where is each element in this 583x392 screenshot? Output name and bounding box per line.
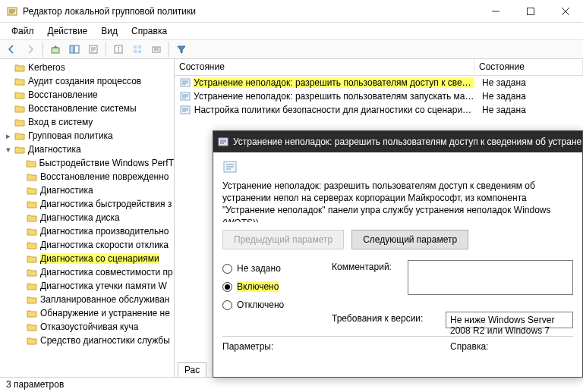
svg-rect-10 (134, 50, 137, 53)
svg-rect-1 (528, 8, 534, 14)
expand-icon[interactable]: ▾ (3, 144, 14, 155)
menu-action[interactable]: Действие (41, 24, 95, 38)
tree-label: Групповая политика (28, 130, 113, 141)
tree-label: Диагностика (40, 185, 93, 196)
tree-label: Восстановление (28, 89, 98, 100)
window-title: Редактор локальной групповой политики (23, 6, 478, 17)
menu-view[interactable]: Вид (94, 24, 124, 38)
column-state[interactable]: Состояние (474, 59, 583, 75)
maximize-button[interactable] (513, 0, 548, 22)
menu-help[interactable]: Справка (124, 24, 174, 38)
folder-icon (26, 240, 38, 250)
policy-item-icon (179, 77, 191, 89)
tree-item[interactable]: Запланированное обслуживан (0, 293, 174, 306)
svg-rect-2 (52, 48, 59, 53)
tree-item[interactable]: Kerberos (0, 61, 174, 74)
comment-input[interactable] (408, 260, 573, 295)
tab-strip: Рас (175, 360, 206, 377)
tree-item[interactable]: Средство диагностики службы (0, 334, 174, 347)
folder-icon (25, 158, 36, 168)
folder-icon (14, 117, 26, 127)
tree-label: Восстановление системы (28, 103, 137, 114)
radio-not-configured[interactable]: Не задано (222, 263, 314, 274)
tree-item[interactable]: ▸Групповая политика (0, 129, 174, 143)
list-row[interactable]: Настройка политики безопасности для диаг… (175, 103, 583, 117)
expand-icon[interactable]: ▸ (3, 130, 14, 141)
tree-item[interactable]: Диагностика со сценариями (0, 252, 174, 265)
list-row[interactable]: Устранение неполадок: разрешить пользова… (175, 76, 583, 89)
tree-item[interactable]: Обнаружение и устранение не (0, 306, 174, 320)
tree-item[interactable]: Восстановление поврежденно (0, 170, 174, 183)
menu-file[interactable]: Файл (5, 24, 41, 38)
list-row[interactable]: Устранение неполадок: разрешить пользова… (175, 89, 583, 103)
policy-icon (218, 136, 228, 148)
folder-icon (26, 212, 38, 223)
window-controls (478, 0, 583, 22)
tree-item[interactable]: Диагностика утечки памяти W (0, 279, 174, 293)
next-setting-button[interactable]: Следующий параметр (351, 230, 468, 249)
svg-point-7 (118, 47, 119, 49)
tree-item[interactable]: Восстановление системы (0, 102, 174, 115)
refresh-button[interactable] (148, 41, 165, 58)
tree-label: Диагностика диска (40, 212, 120, 223)
tree-label: Диагностика быстродействия з (40, 199, 172, 209)
svg-rect-9 (138, 45, 141, 49)
close-button[interactable] (548, 0, 583, 22)
export-list-button[interactable] (85, 41, 102, 58)
radio-enabled[interactable]: Включено (222, 281, 314, 292)
tree-label: Восстановление поврежденно (40, 171, 169, 182)
tree-item[interactable]: Диагностика производительно (0, 224, 174, 238)
folder-icon (26, 199, 38, 209)
titlebar: Редактор локальной групповой политики (0, 0, 583, 23)
folder-icon (26, 171, 38, 182)
minimize-button[interactable] (478, 0, 513, 22)
tree-item[interactable]: Диагностика диска (0, 211, 174, 224)
tree-item[interactable]: Диагностика быстродействия з (0, 197, 174, 211)
column-name[interactable]: Состояние (175, 59, 474, 75)
tree-label: Запланированное обслуживан (40, 294, 169, 305)
folder-icon (26, 294, 38, 305)
requirements-label: Требования к версии: (332, 312, 438, 324)
up-button[interactable] (47, 41, 64, 58)
folder-icon (26, 281, 38, 291)
requirements-field: Не ниже Windows Server 2008 R2 или Windo… (446, 312, 573, 328)
tree-item[interactable]: Аудит создания процессов (0, 74, 174, 88)
tree-item[interactable]: ▾Диагностика (0, 143, 174, 156)
folder-icon (26, 335, 38, 346)
folder-icon (26, 321, 38, 332)
tree-item[interactable]: Восстановление (0, 88, 174, 102)
tree-label: Диагностика со сценариями (40, 253, 159, 264)
tree-item[interactable]: Диагностика (0, 183, 174, 197)
app-icon (6, 5, 18, 17)
tree-panel[interactable]: KerberosАудит создания процессовВосстано… (0, 59, 175, 377)
tree-label: Вход в систему (28, 117, 93, 127)
radio-disabled[interactable]: Отключено (222, 299, 314, 310)
properties-button[interactable] (110, 41, 127, 58)
tree-label: Диагностика совместимости пр (40, 267, 173, 278)
tab-extended[interactable]: Рас (178, 362, 206, 377)
tree-label: Быстродействие Windows PerfT (39, 158, 174, 168)
list-body[interactable]: Устранение неполадок: разрешить пользова… (175, 76, 583, 117)
folder-icon (26, 267, 38, 278)
folder-icon (14, 62, 26, 73)
tree-label: Диагностика скорости отклика (40, 240, 169, 250)
list-item-state: Не задана (474, 105, 583, 115)
show-hide-tree-button[interactable] (66, 41, 83, 58)
tree-item[interactable]: Отказоустойчивая куча (0, 320, 174, 334)
list-item-name: Настройка политики безопасности для диаг… (194, 105, 474, 115)
tree-label: Диагностика утечки памяти W (40, 281, 167, 291)
folder-icon (26, 308, 38, 318)
back-button[interactable] (3, 41, 20, 58)
parameters-label: Параметры: (222, 341, 450, 352)
folder-icon (14, 89, 26, 100)
dialog-titlebar[interactable]: Устранение неполадок: разрешить пользова… (213, 131, 582, 152)
filter-button[interactable] (173, 41, 190, 58)
tree-item[interactable]: Диагностика совместимости пр (0, 265, 174, 279)
tree-item[interactable]: Быстродействие Windows PerfT (0, 156, 174, 170)
small-icons-button[interactable] (129, 41, 146, 58)
dialog-title: Устранение неполадок: разрешить пользова… (233, 136, 582, 147)
forward-button[interactable] (22, 41, 39, 58)
tree-item[interactable]: Вход в систему (0, 115, 174, 129)
list-item-state: Не задана (474, 77, 583, 88)
tree-item[interactable]: Диагностика скорости отклика (0, 238, 174, 252)
